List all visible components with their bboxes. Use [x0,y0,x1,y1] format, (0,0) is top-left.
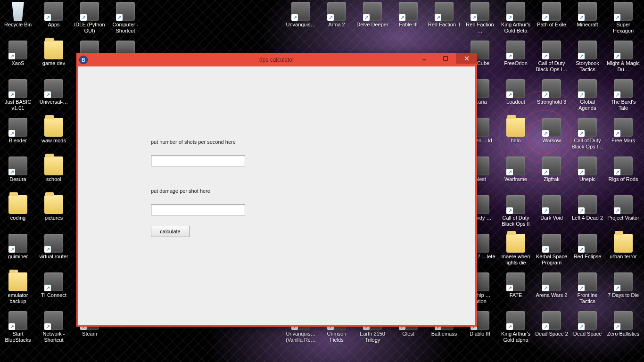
desktop-icon-label: Left 4 Dead 2 [571,215,604,221]
minimize-button[interactable] [413,53,435,64]
shots-input[interactable] [151,155,245,166]
desktop-icon[interactable]: Recycle Bin [0,0,36,39]
desktop-icon[interactable]: Arma 2 [319,0,355,39]
folder-icon [44,195,63,214]
desktop-icon[interactable]: coding [0,193,36,232]
desktop-icon-label: Frontline Tactics [570,292,605,304]
desktop-icon-label: Warsow [541,138,561,144]
desktop-icon[interactable]: Super Hexagon [605,0,641,39]
desktop-icon-label: Loadout [505,99,526,105]
desktop-icon[interactable]: Left 4 Dead 2 [570,193,605,232]
desktop-icon[interactable]: Dark Void [534,193,570,232]
damage-input[interactable] [151,204,245,215]
desktop-column: MinecraftStorybook TacticsGlobal AgendaC… [570,0,605,348]
desktop-icon-label: The Bard's Tale [605,99,641,111]
desktop-icon[interactable]: Global Agenda [570,77,605,116]
desktop-icon-label: Red Eclipse [573,254,603,260]
desktop-icon[interactable]: pictures [36,193,72,232]
desktop-icon[interactable]: Warframe [498,155,534,193]
desktop-icon[interactable]: Apps [36,0,72,39]
desktop-icon[interactable]: Arena Wars 2 [534,271,570,309]
shortcut-icon [506,195,525,214]
desktop-icon[interactable]: Unepic [570,155,605,193]
desktop-icon[interactable]: FATE [498,271,534,309]
desktop-icon[interactable]: 7 Days to Die [605,271,641,309]
shortcut-icon [614,79,633,98]
titlebar[interactable]: B dps calculator [76,53,477,66]
desktop-icon[interactable]: Zigfrak [534,155,570,193]
desktop-icon[interactable]: Storybook Tactics [570,39,605,77]
desktop-icon[interactable]: maere when lights die [498,232,534,271]
desktop-icon[interactable]: XaoS [0,39,36,77]
desktop-icon[interactable]: Loadout [498,77,534,116]
shortcut-icon [363,2,382,21]
desktop-icon[interactable]: Start BlueStacks [0,309,36,348]
desktop-icon[interactable]: Zero Ballistics [605,309,641,348]
desktop-icon[interactable]: Frontline Tactics [570,271,605,309]
desktop-icon[interactable]: Computer - Shortcut [107,0,143,39]
folder-icon [44,156,63,175]
desktop-icon-label: game dev [41,60,66,66]
desktop-icon[interactable]: Blender [0,116,36,155]
desktop-icon-label: Just BASIC v1.01 [0,99,36,111]
desktop-icon-label: Arena Wars 2 [535,292,569,298]
desktop-icon[interactable]: school [36,155,72,193]
desktop-icon[interactable]: waw mods [36,116,72,155]
desktop-icon[interactable]: Kerbal Space Program [534,232,570,271]
desktop-icon[interactable]: Dead Space [570,309,605,348]
desktop-icon-label: Recycle Bin [3,22,33,28]
desktop-icon[interactable]: Call of Duty Black Ops II [498,193,534,232]
desktop-icon[interactable]: Call of Duty Black Ops I… [570,116,605,155]
shortcut-icon [578,234,597,253]
desktop-icon[interactable]: FreeOrion [498,39,534,77]
desktop-icon[interactable]: game dev [36,39,72,77]
desktop-icon[interactable]: Red Faction II [426,0,462,39]
desktop-icon[interactable]: Rigs of Rods [605,155,641,193]
close-button[interactable] [456,53,477,64]
desktop-icon[interactable]: Free Mars [605,116,641,155]
desktop-icon[interactable]: guiminer [0,232,36,271]
desktop-icon[interactable]: urban terror [605,232,641,271]
desktop-icon[interactable]: Warsow [534,116,570,155]
desktop-icon[interactable]: virtual router [36,232,72,271]
desktop-icon[interactable]: Universal-… [36,77,72,116]
desktop-icon[interactable]: Stronghold 3 [534,77,570,116]
desktop-icon-label: pictures [44,215,64,221]
desktop-icon[interactable]: Unvanquis… [283,0,319,39]
desktop-icon[interactable]: Call of Duty Black Ops I… [534,39,570,77]
desktop-icon[interactable]: Dead Space 2 [534,309,570,348]
shortcut-icon [116,2,135,21]
desktop-icon-label: Rigs of Rods [608,176,639,182]
desktop-icon[interactable]: Minecraft [570,0,605,39]
desktop-icon[interactable]: Desura [0,155,36,193]
desktop-icon[interactable]: halo [498,116,534,155]
svg-rect-1 [444,57,447,60]
desktop-icon-label: FreeOrion [503,60,528,66]
desktop-icon[interactable]: Path of Exile [534,0,570,39]
desktop-icon[interactable]: King Arthur's Gold alpha [498,309,534,348]
desktop-icon[interactable]: IDLE (Python GUI) [72,0,107,39]
desktop-icon[interactable]: King Arthur's Gold Beta [498,0,534,39]
folder-icon [506,118,525,137]
calculate-button[interactable]: calculate [151,226,190,237]
desktop-icon[interactable]: Project Visitor [605,193,641,232]
desktop-icon[interactable]: Network - Shortcut [36,309,72,348]
shortcut-icon [614,118,633,137]
desktop-icon[interactable]: emulator backup [0,271,36,309]
desktop-icon[interactable]: TI Connect [36,271,72,309]
shortcut-icon [542,272,561,291]
desktop-icon-label: Network - Shortcut [36,331,72,343]
shortcut-icon [578,79,597,98]
desktop-icon[interactable]: Red Eclipse [570,232,605,271]
desktop-icon[interactable]: The Bard's Tale [605,77,641,116]
desktop-icon[interactable]: Might & Magic Du… [605,39,641,77]
shortcut-icon [80,2,99,21]
desktop-icon-label: King Arthur's Gold alpha [498,331,534,343]
desktop-icon[interactable]: Fable III [390,0,426,39]
desktop-icon[interactable]: Just BASIC v1.01 [0,77,36,116]
maximize-button[interactable] [435,53,456,64]
shortcut-icon [542,311,561,330]
desktop-icon[interactable]: Delve Deeper [355,0,390,39]
desktop-icon[interactable]: Red Faction … [462,0,498,39]
desktop-icon-label: Unepic [578,176,596,182]
